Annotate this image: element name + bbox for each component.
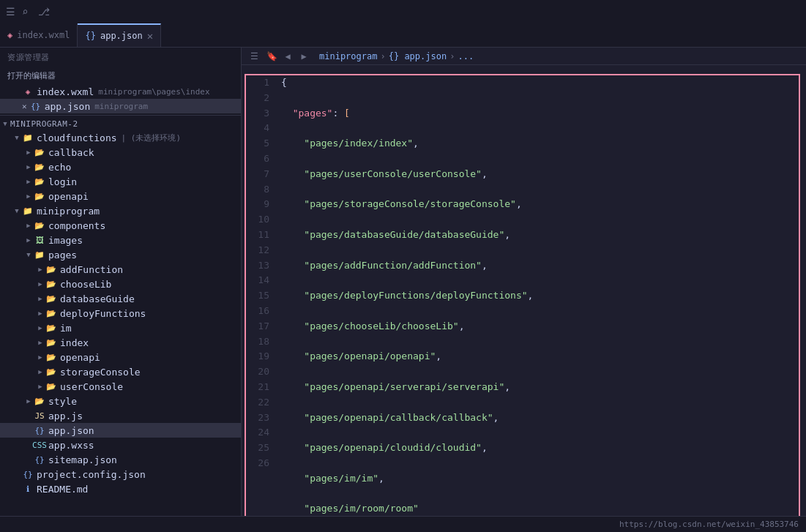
breadcrumb-miniprogram[interactable]: miniprogram — [319, 51, 377, 61]
addfunction-arrow — [35, 264, 45, 274]
tab-index-wxml[interactable]: ◈ index.wxml — [0, 23, 78, 47]
readme-icon: ℹ — [22, 483, 34, 495]
cloudfunctions-arrow — [12, 132, 22, 143]
menu-icon[interactable]: ☰ — [6, 6, 16, 16]
open-file-path-index: miniprogram\pages\index — [98, 87, 209, 97]
sidebar-item-app-wxss[interactable]: CSS app.wxss — [0, 438, 241, 452]
deployfunctions-label: deployFunctions — [60, 308, 146, 319]
breadcrumb-sep2: › — [449, 51, 455, 61]
login-arrow — [23, 176, 34, 187]
folder-icon-pages: 📁 — [34, 249, 45, 261]
back-button[interactable]: ◀ — [281, 50, 294, 63]
forward-button[interactable]: ▶ — [297, 50, 310, 63]
pages-arrow — [23, 250, 34, 260]
sidebar-item-storageconsole[interactable]: 📂 storageConsole — [0, 364, 241, 379]
wxml-icon: ◈ — [7, 30, 12, 40]
index-arrow — [35, 337, 45, 348]
folder-icon-im: 📂 — [45, 322, 57, 334]
open-file-app-json[interactable]: ✕ {} app.json miniprogram — [0, 99, 241, 113]
sidebar-item-sitemap-json[interactable]: {} sitemap.json — [0, 452, 241, 467]
images-arrow — [23, 235, 34, 245]
openapi-cloud-label: openapi — [48, 191, 89, 202]
readme-label: README.md — [37, 484, 88, 495]
bookmark-button[interactable]: 🔖 — [265, 50, 278, 63]
databaseguide-label: databaseGuide — [60, 293, 135, 304]
open-file-index-wxml[interactable]: ◈ index.wxml miniprogram\pages\index — [0, 84, 241, 99]
callback-arrow — [23, 147, 34, 157]
sidebar-item-index[interactable]: 📂 index — [0, 335, 241, 350]
sidebar-item-deployfunctions[interactable]: 📂 deployFunctions — [0, 306, 241, 321]
sidebar-item-style[interactable]: 📂 style — [0, 394, 241, 408]
folder-icon-echo: 📂 — [34, 161, 45, 173]
folder-icon-components: 📂 — [34, 220, 45, 231]
openapi-cloud-arrow — [23, 191, 34, 201]
code-editor-inner: 12345 678910 1112131415 1617181920 21222… — [245, 74, 800, 516]
breadcrumb-ellipsis[interactable]: ... — [458, 51, 474, 61]
sidebar-item-miniprogram[interactable]: 📁 miniprogram — [0, 203, 241, 218]
sidebar-item-openapi[interactable]: 📂 openapi — [0, 350, 241, 364]
tab-close-button[interactable]: ✕ — [147, 30, 153, 42]
index-label: index — [60, 337, 89, 348]
login-label: login — [48, 176, 77, 187]
pages-label: pages — [48, 250, 77, 261]
cloudfunctions-suffix: | (未选择环境) — [122, 132, 182, 143]
sidebar-item-app-js[interactable]: JS app.js — [0, 408, 241, 423]
sidebar-item-images[interactable]: 🖼 images — [0, 233, 241, 247]
sidebar-item-callback[interactable]: 📂 callback — [0, 145, 241, 160]
sidebar-item-echo[interactable]: 📂 echo — [0, 160, 241, 174]
folder-icon-chooselib: 📂 — [45, 278, 57, 290]
project-root[interactable]: MINIPROGRAM-2 — [0, 117, 241, 130]
sidebar-item-userconsole[interactable]: 📂 userConsole — [0, 379, 241, 394]
project-config-label: project.config.json — [37, 469, 146, 480]
json-icon: {} — [85, 31, 95, 41]
project-name: MINIPROGRAM-2 — [10, 119, 78, 129]
echo-arrow — [23, 162, 34, 172]
sidebar-item-im[interactable]: 📂 im — [0, 321, 241, 335]
main-area: 资源管理器 打开的编辑器 ◈ index.wxml miniprogram\pa… — [0, 48, 806, 516]
breadcrumb-sep1: › — [380, 51, 385, 61]
sidebar-item-app-json-file[interactable]: {} app.json — [0, 423, 241, 438]
search-icon[interactable]: ⌕ — [22, 6, 32, 16]
breadcrumb-nav: ◀ ▶ — [281, 50, 310, 63]
open-file-path-app-json: miniprogram — [94, 102, 148, 111]
sidebar-item-databaseguide[interactable]: 📂 databaseGuide — [0, 291, 241, 306]
sidebar-item-readme[interactable]: ℹ README.md — [0, 482, 241, 496]
openapi-arrow — [35, 352, 45, 362]
code-editor[interactable]: 12345 678910 1112131415 1617181920 21222… — [242, 65, 806, 516]
title-bar-icons: ☰ ⌕ ⎇ — [6, 6, 48, 16]
sidebar-item-chooselib[interactable]: 📂 chooseLib — [0, 277, 241, 291]
wxss-file-icon: CSS — [34, 439, 45, 451]
breadcrumb-app-json[interactable]: {} app.json — [389, 51, 447, 61]
userconsole-label: userConsole — [60, 381, 123, 392]
code-content: { "pages": [ "pages/index/index", "pages… — [275, 75, 799, 516]
sidebar: 资源管理器 打开的编辑器 ◈ index.wxml miniprogram\pa… — [0, 48, 242, 516]
folder-icon-addfunction: 📂 — [45, 263, 57, 275]
tab-app-json[interactable]: {} app.json ✕ — [78, 23, 161, 47]
status-url: https://blog.csdn.net/weixin_43853746 — [619, 520, 799, 529]
style-arrow — [23, 396, 34, 406]
cloudfunctions-label: cloudfunctions — [37, 132, 117, 143]
sitemap-json-label: sitemap.json — [48, 454, 117, 465]
folder-icon-index: 📂 — [45, 337, 57, 348]
sidebar-item-login[interactable]: 📂 login — [0, 174, 241, 189]
source-control-icon[interactable]: ⎇ — [38, 6, 48, 16]
editor-toolbar: ☰ 🔖 — [247, 50, 278, 63]
sidebar-item-openapi-cloud[interactable]: 📂 openapi — [0, 189, 241, 203]
line-numbers: 12345 678910 1112131415 1617181920 21222… — [246, 75, 275, 516]
folder-icon-openapi-cloud: 📂 — [34, 190, 45, 202]
sidebar-item-components[interactable]: 📂 components — [0, 218, 241, 233]
folder-icon-userconsole: 📂 — [45, 381, 57, 392]
sitemap-json-icon: {} — [34, 454, 45, 465]
status-bar: https://blog.csdn.net/weixin_43853746 — [0, 516, 806, 532]
project-arrow — [0, 119, 10, 129]
sidebar-item-project-config[interactable]: {} project.config.json — [0, 467, 241, 482]
sidebar-item-pages[interactable]: 📁 pages — [0, 247, 241, 262]
toggle-sidebar-button[interactable]: ☰ — [247, 50, 261, 63]
miniprogram-label: miniprogram — [37, 206, 100, 217]
sidebar-item-addfunction[interactable]: 📂 addFunction — [0, 262, 241, 277]
miniprogram-arrow — [12, 206, 22, 216]
sidebar-item-cloudfunctions[interactable]: 📁 cloudfunctions | (未选择环境) — [0, 130, 241, 145]
folder-icon-deployfunctions: 📂 — [45, 307, 57, 319]
echo-label: echo — [48, 162, 71, 173]
deployfunctions-arrow — [35, 308, 45, 318]
